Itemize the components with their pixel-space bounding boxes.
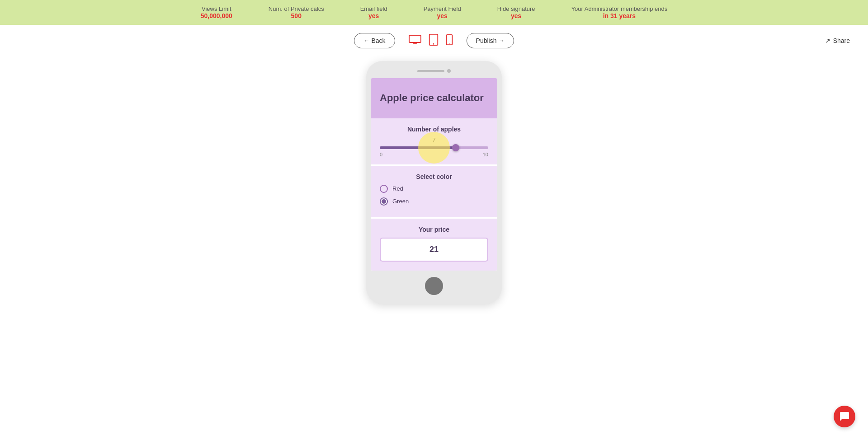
phone-notch <box>417 70 444 72</box>
svg-point-4 <box>449 43 450 44</box>
slider-min: 0 <box>380 152 382 157</box>
banner-membership-value: in 31 years <box>571 12 668 19</box>
slider-wrapper <box>380 146 488 149</box>
slider-fill <box>380 146 456 149</box>
color-section-title: Select color <box>380 173 488 180</box>
phone-top-bar <box>371 69 497 73</box>
mobile-icon[interactable] <box>446 34 453 47</box>
back-button[interactable]: ← Back <box>354 33 395 48</box>
radio-label-green: Green <box>392 198 409 205</box>
banner-private-calcs: Num. of Private calcs 500 <box>269 5 324 19</box>
share-icon: ↗ <box>825 37 830 44</box>
banner-hide-sig-value: yes <box>497 12 535 19</box>
svg-rect-0 <box>409 35 421 42</box>
slider-title: Number of apples <box>380 126 488 133</box>
banner-hide-sig-label: Hide signature <box>497 5 535 12</box>
phone-container: Apple price calculator Number of apples … <box>0 56 868 304</box>
banner-email-label: Email field <box>360 5 387 12</box>
banner-private-calcs-label: Num. of Private calcs <box>269 5 324 12</box>
app-title: Apple price calculator <box>380 92 488 105</box>
slider-section: Number of apples 7 0 10 <box>371 118 497 166</box>
chat-icon <box>839 411 850 422</box>
phone-screen: Apple price calculator Number of apples … <box>371 78 497 271</box>
app-header: Apple price calculator <box>371 78 497 118</box>
device-icons <box>409 34 453 47</box>
banner-payment-label: Payment Field <box>424 5 461 12</box>
slider-max: 10 <box>483 152 488 157</box>
radio-circle-green <box>380 197 388 206</box>
banner-email-value: yes <box>360 12 387 19</box>
price-title: Your price <box>380 226 488 233</box>
toolbar: ← Back Publish → ↗ Share <box>0 25 868 56</box>
phone-camera <box>447 69 451 73</box>
banner-views-limit: Views Limit 50,000,000 <box>201 5 232 19</box>
radio-label-red: Red <box>392 185 403 192</box>
radio-option-red[interactable]: Red <box>380 185 488 193</box>
top-banner: Views Limit 50,000,000 Num. of Private c… <box>0 0 868 25</box>
slider-thumb[interactable] <box>452 144 459 151</box>
tablet-icon[interactable] <box>429 34 439 47</box>
banner-membership-label: Your Administrator membership ends <box>571 5 668 12</box>
share-button[interactable]: ↗ Share <box>825 37 850 44</box>
phone-home-button[interactable] <box>425 277 443 295</box>
desktop-icon[interactable] <box>409 35 421 47</box>
banner-payment-field: Payment Field yes <box>424 5 461 19</box>
banner-views-limit-label: Views Limit <box>201 5 232 12</box>
radio-inner-green <box>382 199 386 204</box>
slider-track[interactable] <box>380 146 488 149</box>
banner-payment-value: yes <box>424 12 461 19</box>
banner-private-calcs-value: 500 <box>269 12 324 19</box>
slider-value: 7 <box>380 136 488 144</box>
radio-circle-red <box>380 185 388 193</box>
banner-views-limit-value: 50,000,000 <box>201 12 232 19</box>
price-value: 21 <box>380 238 488 262</box>
banner-hide-signature: Hide signature yes <box>497 5 535 19</box>
banner-email-field: Email field yes <box>360 5 387 19</box>
svg-rect-3 <box>446 35 452 45</box>
color-section: Select color Red Green <box>371 166 497 219</box>
chat-button[interactable] <box>834 406 855 427</box>
svg-point-2 <box>433 43 434 45</box>
radio-option-green[interactable]: Green <box>380 197 488 206</box>
slider-labels: 0 10 <box>380 152 488 157</box>
price-section: Your price 21 <box>371 219 497 271</box>
share-label: Share <box>833 37 850 44</box>
phone-mockup: Apple price calculator Number of apples … <box>366 61 502 304</box>
publish-button[interactable]: Publish → <box>467 33 514 48</box>
banner-membership: Your Administrator membership ends in 31… <box>571 5 668 19</box>
